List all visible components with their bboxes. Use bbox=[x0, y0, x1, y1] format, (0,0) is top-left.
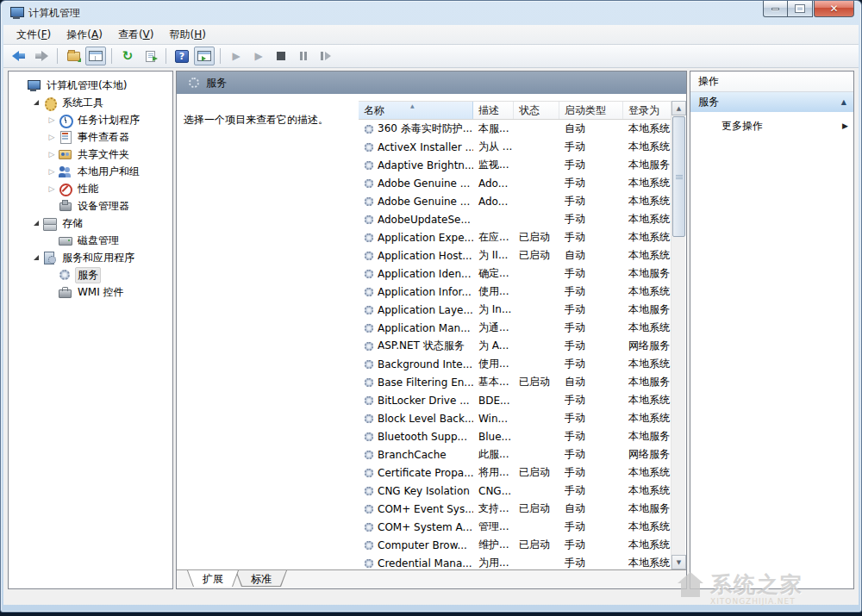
show-action-pane-icon[interactable] bbox=[194, 47, 215, 65]
service-description-cell: 确定... bbox=[473, 266, 514, 281]
service-status-cell: 已启动 bbox=[514, 375, 559, 389]
toolbar-separator bbox=[57, 48, 58, 64]
collapse-section-icon[interactable]: ▲ bbox=[841, 98, 846, 106]
service-row[interactable]: 360 杀毒实时防护...本服...自动本地系统 bbox=[359, 120, 671, 138]
collapse-arrow-icon[interactable] bbox=[29, 100, 43, 105]
service-row[interactable]: CNG Key IsolationCNG...手动本地系统 bbox=[359, 482, 671, 500]
service-row[interactable]: ActiveX Installer ...为从 ...手动本地系统 bbox=[359, 138, 671, 156]
service-row[interactable]: Adaptive Brightn...监视...手动本地服务 bbox=[359, 156, 671, 174]
console-window-icon[interactable] bbox=[85, 47, 106, 65]
expand-arrow-icon[interactable]: ▷ bbox=[45, 134, 59, 141]
service-row[interactable]: COM+ Event Sys...支持...已启动自动本地服务 bbox=[359, 500, 671, 518]
service-row[interactable]: Application Laye...为 In...手动本地服务 bbox=[359, 301, 671, 319]
pause-service-icon[interactable] bbox=[293, 47, 314, 65]
service-row[interactable]: Application Expe...在应...已启动手动本地系统 bbox=[359, 228, 671, 246]
expand-arrow-icon[interactable]: ▷ bbox=[45, 151, 59, 159]
titlebar[interactable]: 计算机管理 ✕ bbox=[1, 1, 861, 25]
menu-file[interactable]: 文件(F) bbox=[9, 25, 59, 45]
menu-view[interactable]: 查看(V) bbox=[110, 25, 162, 45]
tab-extended[interactable]: 扩展 bbox=[187, 570, 239, 587]
tree-item-scheduler[interactable]: ▷任务计划程序 bbox=[9, 111, 172, 128]
menu-help[interactable]: 帮助(H) bbox=[161, 25, 213, 45]
service-row[interactable]: Block Level Back...Win...手动本地系统 bbox=[359, 409, 671, 427]
device-manager-icon bbox=[59, 200, 72, 212]
column-header-description[interactable]: 描述 bbox=[473, 102, 514, 119]
start-service-icon[interactable]: ▶ bbox=[226, 47, 247, 65]
tree-item-tools[interactable]: 系统工具 bbox=[9, 94, 172, 111]
service-description-cell: 为 In... bbox=[473, 302, 514, 317]
tree-item-services[interactable]: 服务 bbox=[9, 266, 172, 283]
tree-item-event-viewer[interactable]: ▷事件查看器 bbox=[9, 128, 172, 146]
menu-action[interactable]: 操作(A) bbox=[59, 25, 110, 45]
service-row[interactable]: Certificate Propa...将用...已启动手动本地系统 bbox=[359, 464, 671, 482]
collapse-arrow-icon[interactable] bbox=[29, 255, 43, 260]
service-description-cell: 在应... bbox=[473, 230, 514, 245]
tree-item-performance[interactable]: ▷性能 bbox=[9, 180, 172, 197]
service-description-cell: Ado... bbox=[473, 177, 514, 190]
close-button[interactable]: ✕ bbox=[814, 1, 854, 17]
service-row[interactable]: COM+ System A...管理...手动本地系统 bbox=[359, 518, 671, 536]
service-row[interactable]: Application Man...为通...手动本地系统 bbox=[359, 319, 671, 337]
tab-standard[interactable]: 标准 bbox=[235, 570, 287, 587]
column-header-startup-type[interactable]: 启动类型 bbox=[559, 102, 623, 119]
actions-services-section[interactable]: 服务 ▲ bbox=[690, 92, 853, 113]
service-row[interactable]: Adobe Genuine ...Ado...手动本地系统 bbox=[359, 174, 671, 192]
service-row[interactable]: Application Iden...确定...手动本地服务 bbox=[359, 264, 671, 283]
expand-arrow-icon[interactable]: ▷ bbox=[45, 168, 59, 176]
service-startup-cell: 手动 bbox=[559, 411, 623, 426]
tree-item-wmi[interactable]: WMI 控件 bbox=[9, 283, 172, 301]
tree-item-users[interactable]: ▷本地用户和组 bbox=[9, 163, 172, 180]
export-list-icon[interactable] bbox=[140, 47, 160, 65]
service-row[interactable]: ASP.NET 状态服务为 A...手动网络服务 bbox=[359, 337, 671, 355]
scroll-down-button[interactable]: ▼ bbox=[671, 555, 686, 569]
tree-item-shared-folders[interactable]: ▷共享文件夹 bbox=[9, 146, 172, 163]
service-row[interactable]: Background Inte...使用...手动本地系统 bbox=[359, 355, 671, 373]
view-tabs: 扩展标准 bbox=[177, 569, 686, 588]
stop-service-icon[interactable] bbox=[271, 47, 291, 65]
service-row[interactable]: Application Infor...使用...手动本地系统 bbox=[359, 283, 671, 301]
column-header-status[interactable]: 状态 bbox=[514, 102, 559, 119]
service-description-cell: 此服... bbox=[473, 447, 514, 462]
more-actions-item[interactable]: 更多操作 ▶ bbox=[690, 113, 853, 139]
service-row[interactable]: Bluetooth Supp...Blue...手动本地服务 bbox=[359, 427, 671, 445]
scroll-up-button[interactable]: ▲ bbox=[671, 101, 686, 115]
column-header-name[interactable]: 名称 ▲ bbox=[359, 102, 473, 119]
actions-panel-title: 操作 bbox=[690, 72, 853, 92]
scrollbar-thumb[interactable] bbox=[672, 116, 685, 237]
show-console-tree-icon[interactable] bbox=[63, 47, 84, 65]
forward-icon[interactable] bbox=[31, 47, 52, 65]
services-panel-title: 服务 bbox=[206, 76, 227, 90]
service-row[interactable]: Credential Mana...为用...手动本地系统 bbox=[359, 554, 671, 569]
tree-item-computer[interactable]: 计算机管理(本地) bbox=[9, 77, 172, 94]
service-row[interactable]: BitLocker Drive ...BDE...手动本地系统 bbox=[359, 391, 671, 409]
minimize-button[interactable] bbox=[763, 1, 788, 17]
service-row[interactable]: Computer Brow...维护...已启动手动本地系统 bbox=[359, 536, 671, 554]
refresh-icon[interactable]: ↻ bbox=[117, 47, 138, 65]
service-name-cell: Bluetooth Supp... bbox=[359, 431, 473, 443]
service-description-cell: 使用... bbox=[473, 284, 514, 299]
service-row[interactable]: Application Host...为 II...已启动自动本地系统 bbox=[359, 246, 671, 264]
service-gear-icon bbox=[365, 486, 374, 495]
service-description-cell: 支持... bbox=[473, 501, 514, 516]
disk-management-icon bbox=[59, 234, 72, 246]
tree-item-disk-management[interactable]: 磁盘管理 bbox=[9, 232, 172, 249]
column-header-logon-as[interactable]: 登录为 bbox=[623, 102, 671, 119]
service-row[interactable]: AdobeUpdateSe...手动本地系统 bbox=[359, 210, 671, 228]
expand-arrow-icon[interactable]: ▷ bbox=[45, 185, 59, 193]
service-row[interactable]: BranchCache此服...手动网络服务 bbox=[359, 445, 671, 464]
tree-item-device-manager[interactable]: 设备管理器 bbox=[9, 197, 172, 215]
service-logon-cell: 本地服务 bbox=[623, 302, 671, 317]
resume-service-icon[interactable]: ▶ bbox=[248, 47, 269, 65]
maximize-button[interactable] bbox=[788, 1, 813, 17]
tree-item-services-apps[interactable]: 服务和应用程序 bbox=[9, 249, 172, 266]
restart-service-icon[interactable] bbox=[315, 47, 336, 65]
service-row[interactable]: Adobe Genuine ...Ado...手动本地系统 bbox=[359, 192, 671, 210]
tree-item-storage[interactable]: 存储 bbox=[9, 215, 172, 232]
service-status-cell: 已启动 bbox=[514, 248, 559, 263]
collapse-arrow-icon[interactable] bbox=[29, 221, 43, 226]
back-icon[interactable] bbox=[9, 47, 29, 65]
help-icon[interactable]: ? bbox=[172, 47, 192, 65]
expand-arrow-icon[interactable]: ▷ bbox=[45, 116, 59, 124]
service-row[interactable]: Base Filtering En...基本...已启动自动本地服务 bbox=[359, 373, 671, 391]
vertical-scrollbar[interactable]: ▲ ▼ bbox=[671, 101, 685, 569]
